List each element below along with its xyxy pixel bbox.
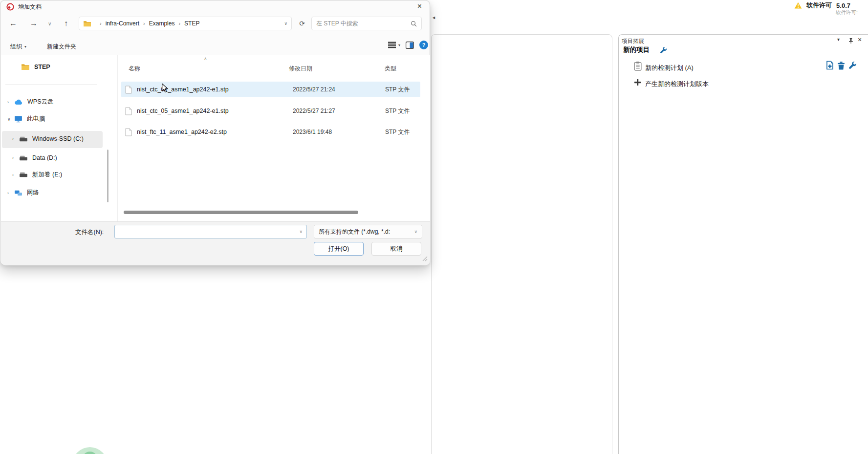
cancel-button[interactable]: 取消 bbox=[371, 242, 421, 256]
file-icon bbox=[125, 128, 132, 136]
filename-input[interactable] bbox=[119, 228, 299, 235]
sidebar-item-label: Windows-SSD (C:) bbox=[32, 135, 84, 142]
drive-icon bbox=[19, 172, 28, 178]
expander-chevron-icon[interactable]: › bbox=[7, 100, 14, 105]
organize-caret-icon: ▾ bbox=[24, 44, 26, 49]
dialog-toolbar: 组织 ▾ 新建文件夹 ▾ ? bbox=[0, 39, 430, 54]
filetype-value: 所有支持的文件 (*.dwg, *.d: bbox=[319, 228, 390, 236]
app-version: 5.0.7 bbox=[836, 2, 850, 9]
drive-icon bbox=[19, 136, 28, 142]
history-chevron-icon[interactable]: ∨ bbox=[48, 15, 51, 32]
toolbar-collapse-icon[interactable]: ◄ bbox=[432, 15, 436, 20]
sidebar-item-windows-ssd-c[interactable]: › Windows-SSD (C:) bbox=[12, 135, 84, 142]
app-window: 软件许可 5.0.7 软件许可: ◄ 项目拓展 ▾ × 新的项目 新的检测计划 … bbox=[0, 0, 868, 454]
forward-icon[interactable]: → bbox=[30, 15, 38, 32]
preview-pane-icon[interactable] bbox=[406, 42, 414, 49]
folder-icon bbox=[21, 63, 30, 70]
file-date: 2022/5/27 21:24 bbox=[293, 86, 335, 93]
breadcrumb-segment[interactable]: STEP bbox=[184, 20, 199, 27]
new-document-icon[interactable] bbox=[826, 61, 834, 70]
sidebar-item-data-d[interactable]: › Data (D:) bbox=[12, 154, 57, 161]
new-folder-button[interactable]: 新建文件夹 bbox=[47, 43, 76, 51]
address-dropdown-chevron-icon[interactable]: ∨ bbox=[284, 21, 287, 26]
app-logo-icon bbox=[6, 3, 14, 11]
file-name: nist_ftc_11_asme1_ap242-e2.stp bbox=[137, 129, 227, 135]
sidebar-item-this-pc[interactable]: ∨ 此电脑 bbox=[7, 115, 45, 123]
file-row[interactable]: nist_ctc_05_asme1_ap242-e1.stp 2022/5/27… bbox=[121, 103, 420, 119]
horizontal-scrollbar[interactable] bbox=[124, 211, 358, 214]
breadcrumb[interactable]: › infra-Convert › Examples › STEP ∨ bbox=[79, 17, 292, 30]
inspection-plan-icon bbox=[634, 61, 642, 73]
create-plan-version-item[interactable]: 产生新的检测计划版本 bbox=[645, 80, 709, 88]
help-icon[interactable]: ? bbox=[419, 41, 428, 49]
license-label: 软件许可 bbox=[806, 1, 832, 10]
license-status[interactable]: 软件许可 5.0.7 bbox=[794, 1, 850, 10]
cloud-icon bbox=[14, 99, 23, 105]
navigation-bar: ← → ∨ ↑ › infra-Convert › Examples › STE… bbox=[0, 15, 430, 32]
sidebar-item-wps-cloud[interactable]: › WPS云盘 bbox=[7, 98, 53, 106]
sidebar-item-label: WPS云盘 bbox=[27, 98, 53, 106]
file-date: 2022/5/27 21:27 bbox=[293, 108, 335, 114]
expander-chevron-icon[interactable]: › bbox=[12, 173, 19, 177]
resize-grip[interactable] bbox=[421, 255, 428, 263]
sidebar-scrollbar[interactable] bbox=[107, 150, 108, 202]
file-icon bbox=[125, 107, 132, 115]
folder-icon bbox=[83, 20, 91, 27]
crumb-separator: › bbox=[100, 21, 102, 26]
sidebar-separator bbox=[5, 85, 97, 85]
panel-pin-icon[interactable] bbox=[848, 37, 853, 46]
project-name: 新的项目 bbox=[623, 45, 650, 54]
search-input[interactable] bbox=[316, 20, 411, 27]
sidebar-item-network[interactable]: › 网络 bbox=[7, 189, 39, 197]
mouse-cursor bbox=[161, 83, 169, 95]
dialog-titlebar: 增加文档 × bbox=[0, 0, 430, 13]
search-icon bbox=[411, 21, 417, 27]
filetype-select[interactable]: 所有支持的文件 (*.dwg, *.d: ∨ bbox=[314, 225, 422, 238]
panel-close-icon[interactable]: × bbox=[858, 36, 862, 43]
add-plus-icon[interactable] bbox=[634, 79, 641, 88]
sidebar-item-label: 网络 bbox=[27, 189, 39, 197]
dialog-title: 增加文档 bbox=[18, 3, 42, 11]
project-settings-wrench-icon[interactable] bbox=[660, 46, 667, 56]
back-icon[interactable]: ← bbox=[9, 15, 17, 32]
file-name: nist_ctc_05_asme1_ap242-e1.stp bbox=[137, 108, 229, 114]
search-box bbox=[311, 17, 422, 30]
settings-wrench-icon[interactable] bbox=[848, 61, 857, 69]
sidebar-item-label: Data (D:) bbox=[32, 154, 57, 161]
file-type: STP 文件 bbox=[385, 128, 410, 136]
file-name: nist_ctc_01_asme1_ap242-e1.stp bbox=[137, 86, 229, 93]
delete-trash-icon[interactable] bbox=[837, 61, 845, 70]
expander-chevron-icon[interactable]: › bbox=[12, 136, 19, 141]
network-icon bbox=[14, 190, 22, 196]
warning-icon bbox=[794, 2, 802, 9]
panel-menu-caret-icon[interactable]: ▾ bbox=[837, 37, 840, 42]
open-button[interactable]: 打开(O) bbox=[314, 242, 364, 256]
license-tooltip-text: 软件许可: bbox=[836, 9, 858, 16]
panel-title: 项目拓展 bbox=[622, 38, 644, 45]
column-header-type[interactable]: 类型 bbox=[385, 65, 396, 73]
refresh-icon[interactable]: ⟳ bbox=[296, 17, 308, 30]
file-row[interactable]: nist_ftc_11_asme1_ap242-e2.stp 2023/6/1 … bbox=[121, 124, 420, 140]
file-date: 2023/6/1 19:48 bbox=[293, 129, 332, 135]
sidebar-item-new-volume-e[interactable]: › 新加卷 (E:) bbox=[12, 171, 62, 179]
document-area bbox=[431, 34, 612, 454]
filename-dropdown-chevron-icon[interactable]: ∨ bbox=[299, 229, 303, 234]
sort-ascending-icon[interactable]: ∧ bbox=[204, 56, 207, 61]
inspection-plan-item[interactable]: 新的检测计划 (A) bbox=[645, 64, 694, 72]
up-icon[interactable]: ↑ bbox=[64, 15, 68, 32]
sidebar-item-step[interactable]: STEP bbox=[21, 63, 50, 70]
list-view-icon[interactable] bbox=[388, 42, 396, 48]
expander-chevron-icon[interactable]: › bbox=[7, 191, 14, 195]
breadcrumb-segment[interactable]: Examples bbox=[149, 20, 175, 27]
crumb-separator: › bbox=[143, 21, 145, 26]
view-caret-icon[interactable]: ▾ bbox=[398, 43, 400, 47]
add-document-dialog: 增加文档 × ← → ∨ ↑ › infra-Convert › Example… bbox=[0, 0, 430, 265]
organize-menu[interactable]: 组织 ▾ bbox=[10, 43, 26, 51]
column-header-date[interactable]: 修改日期 bbox=[289, 65, 312, 73]
column-header-name[interactable]: 名称 bbox=[129, 65, 140, 73]
filename-label: 文件名(N): bbox=[75, 228, 104, 237]
expander-chevron-icon[interactable]: › bbox=[12, 155, 19, 160]
breadcrumb-segment[interactable]: infra-Convert bbox=[106, 20, 139, 27]
expander-chevron-icon[interactable]: ∨ bbox=[7, 117, 14, 122]
dialog-close-icon[interactable]: × bbox=[415, 2, 424, 11]
